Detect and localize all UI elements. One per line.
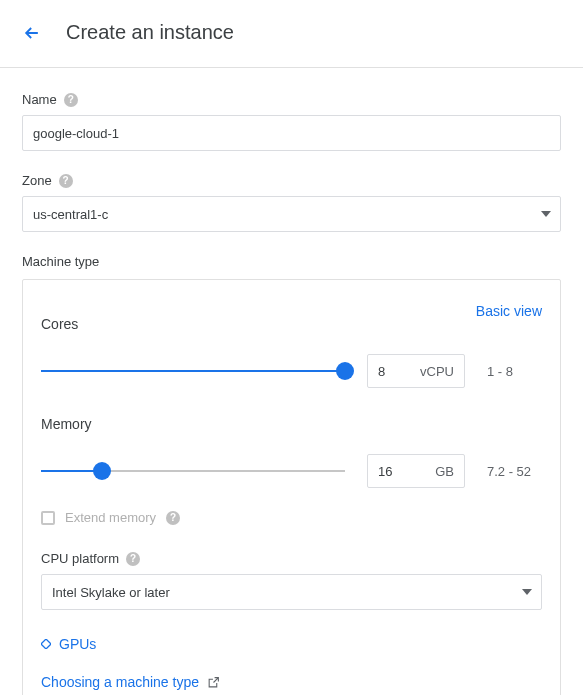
basic-view-link[interactable]: Basic view <box>476 303 542 319</box>
cpu-platform-group: CPU platform ? <box>41 551 542 610</box>
memory-value-input[interactable] <box>368 464 408 479</box>
extend-memory-row: Extend memory ? <box>41 510 542 525</box>
cores-label: Cores <box>41 316 542 332</box>
slider-fill <box>41 370 345 372</box>
name-label: Name ? <box>22 92 561 107</box>
help-icon[interactable]: ? <box>126 552 140 566</box>
extend-memory-label: Extend memory <box>65 510 156 525</box>
cores-slider[interactable] <box>41 361 345 381</box>
name-input[interactable] <box>22 115 561 151</box>
help-icon[interactable]: ? <box>59 174 73 188</box>
cores-unit: vCPU <box>408 364 464 379</box>
external-link-icon <box>207 676 220 689</box>
page-title: Create an instance <box>66 21 234 44</box>
expand-icon <box>41 639 51 649</box>
extend-memory-checkbox[interactable] <box>41 511 55 525</box>
slider-thumb[interactable] <box>336 362 354 380</box>
cpu-platform-select-wrap[interactable] <box>41 574 542 610</box>
name-field-group: Name ? <box>22 92 561 151</box>
memory-unit: GB <box>408 464 464 479</box>
zone-label-text: Zone <box>22 173 52 188</box>
choosing-link-row: Choosing a machine type <box>41 674 542 690</box>
gpus-toggle[interactable]: GPUs <box>41 636 542 652</box>
zone-select[interactable] <box>22 196 561 232</box>
machine-type-section: Machine type Basic view Cores vCPU <box>22 254 561 695</box>
memory-label: Memory <box>41 416 542 432</box>
back-arrow-icon[interactable] <box>22 23 42 43</box>
machine-type-label: Machine type <box>22 254 561 269</box>
cpu-platform-select[interactable] <box>41 574 542 610</box>
zone-label: Zone ? <box>22 173 561 188</box>
memory-value-box: GB <box>367 454 465 488</box>
cores-slider-row: vCPU 1 - 8 <box>41 354 542 388</box>
cpu-platform-label: CPU platform ? <box>41 551 542 566</box>
gpus-label: GPUs <box>59 636 96 652</box>
slider-thumb[interactable] <box>93 462 111 480</box>
memory-slider-row: GB 7.2 - 52 <box>41 454 542 488</box>
page-header: Create an instance <box>0 0 583 68</box>
cores-section: Cores vCPU 1 - 8 <box>41 316 542 388</box>
help-icon[interactable]: ? <box>166 511 180 525</box>
cpu-platform-label-text: CPU platform <box>41 551 119 566</box>
cores-range: 1 - 8 <box>487 364 542 379</box>
cores-value-input[interactable] <box>368 364 408 379</box>
name-label-text: Name <box>22 92 57 107</box>
cores-value-box: vCPU <box>367 354 465 388</box>
memory-range: 7.2 - 52 <box>487 464 542 479</box>
zone-select-wrap[interactable] <box>22 196 561 232</box>
memory-section: Memory GB 7.2 - 52 <box>41 416 542 488</box>
machine-type-box: Basic view Cores vCPU 1 - 8 <box>22 279 561 695</box>
zone-field-group: Zone ? <box>22 173 561 232</box>
form-content: Name ? Zone ? Machine type Basic view Co… <box>0 68 583 695</box>
help-icon[interactable]: ? <box>64 93 78 107</box>
memory-slider[interactable] <box>41 461 345 481</box>
choosing-machine-type-link[interactable]: Choosing a machine type <box>41 674 199 690</box>
